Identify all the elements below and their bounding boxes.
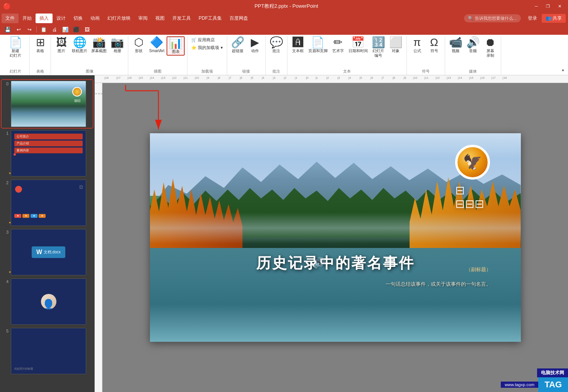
menu-insert[interactable]: 插入 <box>36 14 53 23</box>
slide-number-5: 5 <box>2 328 9 333</box>
slide-item-3[interactable]: 3 W 文档.docx ★ <box>2 228 93 276</box>
screenrecord-btn[interactable]: ⏺ 屏幕录制 <box>482 36 498 59</box>
group-label-slides: 幻灯片 <box>4 68 27 75</box>
search-placeholder: 告诉我您想要做什么... <box>475 15 517 21</box>
audio-btn[interactable]: 🔊 音频 <box>465 36 481 54</box>
save-btn[interactable]: 💾 <box>3 25 12 34</box>
ribbon-group-comments: 💬 批注 批注 <box>266 36 287 75</box>
shapes-btn[interactable]: ⬡ 形状 <box>131 36 147 54</box>
table-btn[interactable]: ⊞ 表格 <box>32 36 48 54</box>
minimize-btn[interactable]: ─ <box>531 2 542 10</box>
slide-star-2: ★ <box>9 221 11 224</box>
ribbon-group-addins: 🛒 应用商店 ⭐ 我的加载项 ▾ 加载项 <box>187 36 227 75</box>
album-icon: 📷 <box>111 37 124 48</box>
new-slide-btn[interactable]: 📄 新建幻灯片 <box>4 36 27 59</box>
group-label-symbols: 符号 <box>409 68 442 75</box>
wordart-btn[interactable]: ✏ 艺术字 <box>330 36 346 54</box>
menu-transitions[interactable]: 切换 <box>70 14 87 23</box>
qa-btn8[interactable]: 🖼 <box>82 25 92 34</box>
slidenum-icon: 🔢 <box>372 37 385 48</box>
comment-icon: 💬 <box>270 37 283 48</box>
slide-thumb-1: 公司简介 产品介绍 案例内容 <box>11 130 86 176</box>
hyperlink-btn[interactable]: 🔗 超链接 <box>230 36 246 54</box>
ribbon-group-text: 🅰 文本框 📄 页眉和页脚 ✏ 艺术字 📅 日期和时间 🔢 幻灯片编 <box>287 36 407 75</box>
ribbon-group-links: 🔗 超链接 ▶ 动作 链接 <box>227 36 266 75</box>
close-btn[interactable]: ✕ <box>554 2 565 10</box>
menu-view[interactable]: 视图 <box>151 14 168 23</box>
menu-home[interactable]: 开始 <box>19 14 36 23</box>
menu-animations[interactable]: 动画 <box>87 14 104 23</box>
menu-baidu[interactable]: 百度网盘 <box>226 14 252 23</box>
object-btn[interactable]: ⬜ 对象 <box>388 36 404 54</box>
menu-pdf[interactable]: PDF工具集 <box>195 14 226 23</box>
hyperlink-icon: 🔗 <box>231 37 245 48</box>
ribbon-collapse-btn[interactable]: ▲ <box>559 66 566 73</box>
chart-btn[interactable]: 📊 图表 <box>167 36 185 56</box>
symbol-btn[interactable]: Ω 符号 <box>426 36 442 54</box>
undo-btn[interactable]: ↩ <box>14 25 23 34</box>
group-label-media: 媒体 <box>447 68 498 75</box>
video-icon: 📹 <box>449 37 463 48</box>
screenshot-btn[interactable]: 📸 屏幕截图 <box>90 36 108 54</box>
smartart-btn[interactable]: 🔷 SmartArt <box>148 36 166 54</box>
slide-item-4[interactable]: 4 👤 <box>2 278 93 326</box>
slide-number-3: 3 <box>2 229 9 234</box>
login-btn[interactable]: 登录 <box>524 14 541 23</box>
appstore-icon: 🛒 <box>191 37 197 42</box>
menu-bar: 文件 开始 插入 设计 切换 动画 幻灯片放映 审阅 视图 开发工具 PDF工具… <box>0 12 568 24</box>
smartart-icon: 🔷 <box>150 37 163 48</box>
qa-btn4[interactable]: 📋 <box>39 25 48 34</box>
group-label-addins: 加载项 <box>190 68 224 75</box>
formula-icon: π <box>413 37 421 48</box>
shapes-icon: ⬡ <box>134 37 143 48</box>
slide-star-3: ★ <box>9 270 11 274</box>
app-icon: 🔴 <box>3 3 11 10</box>
new-slide-icon: 📄 <box>9 37 22 48</box>
ribbon: 📄 新建幻灯片 幻灯片 ⊞ 表格 表格 🖼 图片 <box>0 35 568 75</box>
audio-icon: 🔊 <box>466 37 480 48</box>
slide-quote: 一句话总结该事件，或关于该事件的一句名言。 <box>386 281 491 288</box>
restore-btn[interactable]: ❐ <box>542 2 553 10</box>
album-btn[interactable]: 📷 相册 <box>109 36 126 54</box>
slide-item-0[interactable]: 0 ⊞⊟ <box>2 80 93 128</box>
qa-btn7[interactable]: ⬛ <box>71 25 81 34</box>
qa-btn6[interactable]: 📊 <box>61 25 70 34</box>
textbox-icon: 🅰 <box>293 37 303 48</box>
menu-design[interactable]: 设计 <box>53 14 70 23</box>
datetime-btn[interactable]: 📅 日期和时间 <box>347 36 369 54</box>
qa-btn5[interactable]: 🖨 <box>50 25 59 34</box>
object-icon: ⬜ <box>389 37 403 48</box>
menu-review[interactable]: 审阅 <box>134 14 151 23</box>
share-btn[interactable]: 👥 共享 <box>542 14 566 23</box>
action-btn[interactable]: ▶ 动作 <box>247 36 263 54</box>
group-label-links: 链接 <box>230 68 263 75</box>
window-title: PPT教程2.pptx - PowerPoint <box>42 3 531 10</box>
header-footer-btn[interactable]: 📄 页眉和页脚 <box>307 36 329 54</box>
online-picture-btn[interactable]: 🌐 联机图片 <box>70 36 89 54</box>
redo-btn[interactable]: ↪ <box>25 25 34 34</box>
comment-btn[interactable]: 💬 批注 <box>268 36 285 54</box>
picture-icon: 🖼 <box>56 37 67 48</box>
search-box[interactable]: 🔍 告诉我您想要做什么... <box>464 14 520 22</box>
slide-item-5[interactable]: 5 此处照片的标题 <box>2 327 93 375</box>
myaddin-btn[interactable]: ⭐ 我的加载项 ▾ <box>190 44 224 51</box>
menu-developer[interactable]: 开发工具 <box>168 14 195 23</box>
ruler-v-container: 12345678910 <box>95 83 568 392</box>
slidenum-btn[interactable]: 🔢 幻灯片编号 <box>370 36 387 59</box>
menu-file[interactable]: 文件 <box>2 14 19 23</box>
picture-btn[interactable]: 🖼 图片 <box>53 36 70 54</box>
myaddin-icon: ⭐ <box>191 45 197 50</box>
slide-canvas: 🦅 ⊟⊟⊟⊟ 历史记录中的著名事件 （副标题） 一句话总结该事件，或关于该事件的… <box>150 133 521 342</box>
video-btn[interactable]: 📹 视频 <box>447 36 464 54</box>
group-label-illustrations: 插图 <box>131 68 185 75</box>
title-bar: 🔴 PPT教程2.pptx - PowerPoint ─ ❐ ✕ <box>0 0 568 12</box>
group-label-comments: 批注 <box>268 68 285 75</box>
formula-btn[interactable]: π 公式 <box>409 36 425 54</box>
menu-slideshow[interactable]: 幻灯片放映 <box>104 14 134 23</box>
slide-item-1[interactable]: 1 公司简介 产品介绍 案例内容 ★ <box>2 129 93 177</box>
slide-circle-image: 🦅 <box>455 145 490 180</box>
textbox-btn[interactable]: 🅰 文本框 <box>290 36 306 54</box>
slide-item-2[interactable]: 2 ◫ ★ ★ ★ ★ ★ <box>2 179 93 227</box>
appstore-btn[interactable]: 🛒 应用商店 <box>190 36 224 44</box>
slide-thumb-5: 此处照片的标题 <box>11 328 86 374</box>
